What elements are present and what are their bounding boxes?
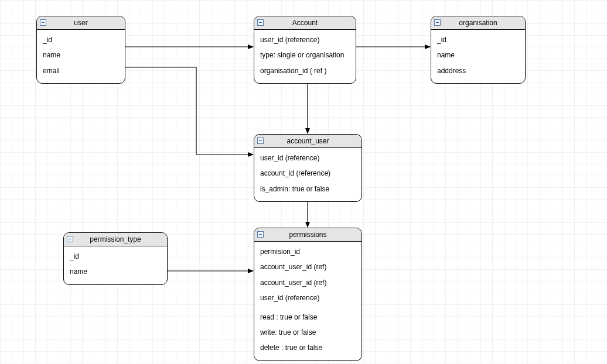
entity-field: is_admin: true or false bbox=[259, 181, 357, 197]
entity-title: account_user bbox=[287, 137, 329, 145]
entity-header[interactable]: user bbox=[37, 16, 125, 30]
entity-body: user_id (reference) type: single or orga… bbox=[254, 30, 356, 83]
entity-account-user[interactable]: account_user user_id (reference) account… bbox=[254, 134, 362, 202]
entity-field: user_id (reference) bbox=[259, 32, 351, 47]
entity-title: Account bbox=[292, 19, 318, 27]
entity-title: permission_type bbox=[90, 235, 141, 243]
entity-header[interactable]: permissions bbox=[254, 228, 362, 242]
entity-title: user bbox=[74, 19, 87, 27]
entity-field: delete : true or false bbox=[259, 340, 357, 355]
entity-account[interactable]: Account user_id (reference) type: single… bbox=[254, 16, 356, 84]
entity-body: _id name email bbox=[37, 30, 125, 83]
entity-body: permision_id account_user_id (ref) accou… bbox=[254, 242, 362, 360]
entity-field: write: true or false bbox=[259, 325, 357, 340]
entity-header[interactable]: Account bbox=[254, 16, 356, 30]
entity-field: name bbox=[436, 47, 520, 63]
entity-title: organisation bbox=[459, 19, 497, 27]
entity-field: user_id (reference) bbox=[259, 290, 357, 305]
entity-field: name bbox=[69, 264, 162, 279]
entity-header[interactable]: organisation bbox=[431, 16, 525, 30]
entity-field: organisation_id ( ref ) bbox=[259, 63, 351, 78]
entity-body: user_id (reference) account_id (referenc… bbox=[254, 148, 362, 201]
entity-body: _id name bbox=[64, 246, 167, 284]
entity-field: email bbox=[42, 63, 120, 78]
collapse-icon[interactable] bbox=[40, 19, 46, 26]
entity-title: permissions bbox=[289, 231, 326, 239]
entity-field: name bbox=[42, 47, 120, 63]
entity-field: _id bbox=[69, 249, 162, 264]
entity-field: adddress bbox=[436, 63, 520, 78]
collapse-icon[interactable] bbox=[257, 138, 264, 144]
entity-organisation[interactable]: organisation _id name adddress bbox=[431, 16, 526, 84]
entity-user[interactable]: user _id name email bbox=[36, 16, 125, 84]
entity-field: read : true or false bbox=[259, 310, 357, 325]
collapse-icon[interactable] bbox=[67, 236, 73, 242]
entity-field: account_user_id (ref) bbox=[259, 275, 357, 290]
entity-field: account_id (reference) bbox=[259, 166, 357, 181]
entity-body: _id name adddress bbox=[431, 30, 525, 83]
entity-field: user_id (reference) bbox=[259, 150, 357, 166]
entity-header[interactable]: permission_type bbox=[64, 233, 167, 246]
collapse-icon[interactable] bbox=[257, 19, 264, 26]
entity-field: account_user_id (ref) bbox=[259, 259, 357, 274]
entity-field: type: single or organisation bbox=[259, 47, 351, 63]
collapse-icon[interactable] bbox=[434, 19, 441, 26]
diagram-canvas[interactable]: user _id name email Account user_id (ref… bbox=[0, 0, 607, 364]
entity-header[interactable]: account_user bbox=[254, 135, 362, 148]
entity-field: permision_id bbox=[259, 244, 357, 259]
entity-field: _id bbox=[42, 32, 120, 47]
entity-permission-type[interactable]: permission_type _id name bbox=[63, 232, 168, 285]
entity-permissions[interactable]: permissions permision_id account_user_id… bbox=[254, 228, 362, 361]
collapse-icon[interactable] bbox=[257, 231, 264, 238]
entity-field: _id bbox=[436, 32, 520, 47]
